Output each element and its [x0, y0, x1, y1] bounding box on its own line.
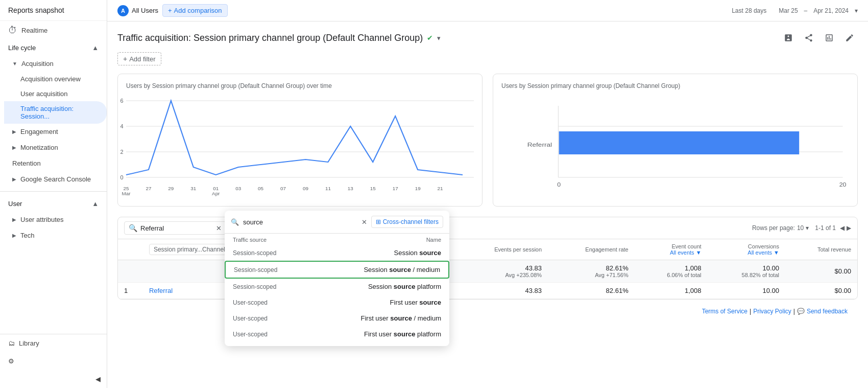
- divider1: [0, 191, 107, 192]
- calendar-icon[interactable]: ▾: [855, 7, 858, 14]
- content-area: Traffic acquisition: Session primary cha…: [107, 21, 868, 388]
- sidebar-item-user-acquisition[interactable]: User acquisition: [4, 86, 107, 101]
- total-conversions: 10.00 58.82% of total: [714, 264, 779, 278]
- event-count-header-content: Event count All events ▼: [641, 243, 702, 256]
- line-chart-area: 6 4 2 0 25 Mar 27 29 31 01 Apr: [126, 96, 474, 198]
- sidebar-item-lifecycle[interactable]: Life cycle ▲: [0, 40, 107, 56]
- cross-channel-label: Cross-channel filters: [383, 218, 439, 225]
- library-label: Library: [19, 339, 39, 347]
- dimension-dropdown: 🔍 ✕ ⊞ Cross-channel filters Traffic sour…: [225, 211, 449, 346]
- dropdown-item-first-user-source-medium[interactable]: User-scoped First user source / medium: [225, 310, 449, 326]
- svg-text:01: 01: [213, 186, 219, 191]
- user-section-label: User: [8, 200, 22, 208]
- event-count-label: Event count: [671, 243, 701, 249]
- row1-engagement-rate: 82.61%: [548, 283, 635, 299]
- dropdown-item-session-source[interactable]: Session-scoped Session source: [225, 245, 449, 261]
- sidebar-item-user-attributes[interactable]: ▶ User attributes: [4, 212, 107, 227]
- cross-channel-filters-button[interactable]: ⊞ Cross-channel filters: [371, 216, 443, 228]
- engagement-rate-label: Engagement rate: [585, 246, 628, 253]
- total-event-count-sub: 6.06% of total: [667, 272, 701, 278]
- dropdown-item-first-user-source-platform[interactable]: User-scoped First user source platform: [225, 326, 449, 342]
- add-filter-button[interactable]: + Add filter: [117, 52, 161, 65]
- traffic-acquisition-label: Traffic acquisition: Session...: [20, 105, 74, 120]
- save-icon-button[interactable]: [780, 30, 797, 46]
- conversions-col-header: Conversions All events ▼: [708, 239, 785, 260]
- retention-label: Retention: [12, 159, 41, 167]
- sidebar-item-monetization[interactable]: ▶ Monetization: [4, 140, 107, 155]
- rows-dropdown-icon[interactable]: ▾: [806, 224, 809, 232]
- collapse-sidebar-button[interactable]: ◀: [0, 370, 107, 388]
- google-search-console-label: Google Search Console: [20, 175, 91, 183]
- clear-search-icon[interactable]: ✕: [216, 224, 222, 232]
- insights-icon-button[interactable]: [821, 30, 837, 46]
- dropdown-arrow-icon[interactable]: ▾: [437, 34, 441, 42]
- sidebar-item-acquisition-overview[interactable]: Acquisition overview: [4, 72, 107, 86]
- chevron-up-icon: ▲: [92, 44, 99, 52]
- rows-count: 10: [797, 224, 804, 232]
- search-box[interactable]: 🔍 Referral ✕: [124, 221, 226, 235]
- conversions-sub[interactable]: All events ▼: [748, 249, 779, 256]
- rank-col-header: [118, 239, 143, 260]
- svg-text:21: 21: [438, 186, 443, 191]
- svg-text:11: 11: [325, 186, 331, 191]
- sidebar-item-user[interactable]: User ▲: [0, 196, 107, 212]
- share-icon-button[interactable]: [801, 30, 817, 46]
- svg-text:03: 03: [235, 186, 241, 191]
- event-count-col-header: Event count All events ▼: [635, 239, 708, 260]
- sidebar-item-realtime[interactable]: ⏱ Realtime: [0, 21, 107, 40]
- terms-link[interactable]: Terms of Service: [702, 308, 748, 315]
- add-filter-label: Add filter: [129, 55, 155, 63]
- collapse-icon: ◀: [95, 375, 101, 383]
- filter-row: + Add filter: [117, 52, 858, 65]
- dropdown-search-input[interactable]: [243, 218, 357, 226]
- realtime-icon: ⏱: [8, 25, 17, 36]
- main-content: A All Users + Add comparison Last 28 day…: [107, 0, 868, 388]
- sidebar-item-retention[interactable]: Retention: [4, 155, 107, 171]
- sidebar-item-settings[interactable]: ⚙: [0, 352, 107, 370]
- dropdown-item-first-user-source[interactable]: User-scoped First user source: [225, 294, 449, 310]
- acquisition-label: Acquisition: [21, 60, 54, 67]
- svg-text:19: 19: [415, 186, 421, 191]
- date-range-label: Last 28 days: [732, 7, 766, 14]
- sidebar-item-library[interactable]: 🗂 Library: [0, 334, 107, 352]
- sidebar-item-google-search-console[interactable]: ▶ Google Search Console: [4, 171, 107, 187]
- dropdown-item-session-source-platform[interactable]: Session-scoped Session source platform: [225, 279, 449, 294]
- svg-text:0: 0: [120, 174, 123, 180]
- chevron-right-icon4: ▶: [12, 217, 16, 222]
- dropdown-search-icon: 🔍: [231, 218, 239, 226]
- reports-snapshot-label: Reports snapshot: [8, 6, 64, 14]
- sidebar-item-engagement[interactable]: ▶ Engagement: [4, 124, 107, 140]
- next-page-icon[interactable]: ▶: [847, 224, 851, 232]
- sidebar-header: Reports snapshot: [0, 0, 107, 21]
- privacy-link[interactable]: Privacy Policy: [753, 308, 791, 315]
- event-count-sub[interactable]: All events ▼: [670, 249, 702, 256]
- row1-conversions: 10.00: [708, 283, 785, 299]
- sidebar-item-acquisition[interactable]: ▼ Acquisition: [4, 56, 107, 72]
- send-feedback-link[interactable]: Send feedback: [807, 308, 848, 315]
- rows-info: 1-1 of 1: [815, 224, 836, 232]
- topbar-right: Last 28 days Mar 25 – Apr 21, 2024 ▾: [732, 7, 858, 14]
- dropdown-header-right: Name: [426, 237, 441, 243]
- dropdown-search-row: 🔍 ✕ ⊞ Cross-channel filters: [225, 211, 449, 234]
- prev-page-icon[interactable]: ◀: [840, 224, 845, 232]
- total-event-count: 1,008 6.06% of total: [641, 264, 702, 278]
- edit-icon-button[interactable]: [841, 30, 858, 46]
- svg-text:4: 4: [120, 123, 123, 129]
- total-event-count-value: 1,008: [685, 264, 702, 272]
- dropdown-clear-icon[interactable]: ✕: [361, 218, 367, 226]
- add-comparison-button[interactable]: + Add comparison: [162, 4, 228, 17]
- sidebar-item-tech[interactable]: ▶ Tech: [4, 227, 107, 243]
- engagement-label: Engagement: [20, 128, 58, 135]
- dropdown-item-session-source-medium[interactable]: Session-scoped Session source / medium: [225, 261, 449, 279]
- chevron-up-icon2: ▲: [92, 200, 99, 208]
- total-engagement-rate: 82.61% Avg +71.56%: [554, 264, 629, 278]
- row1-total-revenue: $0.00: [785, 283, 857, 299]
- total-conversions-value: 10.00: [762, 264, 779, 272]
- acquisition-overview-label: Acquisition overview: [20, 75, 81, 83]
- svg-text:05: 05: [258, 186, 263, 191]
- row1-rank: 1: [118, 283, 143, 299]
- sidebar-item-traffic-acquisition[interactable]: Traffic acquisition: Session...: [4, 101, 107, 124]
- all-users-label: All Users: [132, 7, 158, 14]
- dash: –: [804, 7, 808, 14]
- svg-text:13: 13: [348, 186, 353, 191]
